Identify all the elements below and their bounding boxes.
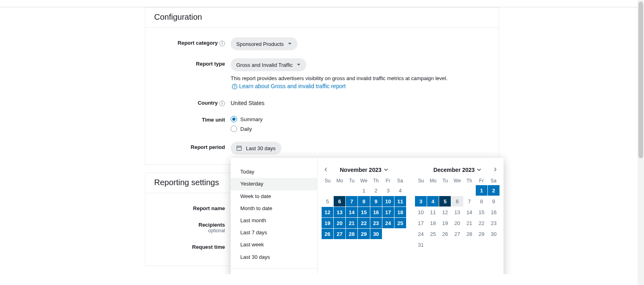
prev-month-button[interactable]	[323, 166, 329, 173]
calendar-day[interactable]: 11	[394, 196, 406, 207]
time-unit-daily-radio[interactable]	[231, 126, 237, 132]
preset-item[interactable]: Month to date	[231, 202, 317, 215]
calendar-day[interactable]: 17	[382, 207, 394, 217]
calendar-day[interactable]: 1	[358, 185, 369, 196]
calendar-day[interactable]: 18	[394, 207, 406, 217]
calendar-day[interactable]: 26	[439, 229, 451, 239]
preset-item[interactable]: Today	[231, 166, 317, 178]
report-category-label: Report categoryi	[154, 37, 231, 50]
calendar-day[interactable]: 3	[382, 185, 394, 196]
calendar-day[interactable]: 5	[439, 196, 451, 207]
preset-item[interactable]: Last 7 days	[231, 227, 317, 239]
svg-text:?: ?	[233, 85, 235, 89]
top-divider	[0, 0, 644, 7]
calendar-day[interactable]: 15	[476, 207, 487, 217]
calendar-day[interactable]: 31	[415, 240, 427, 250]
calendar-day[interactable]: 2	[488, 185, 500, 196]
calendar-day[interactable]: 9	[370, 196, 382, 207]
calendar-day[interactable]: 18	[427, 218, 439, 228]
calendar-day[interactable]: 7	[464, 196, 475, 207]
calendar-day[interactable]: 10	[415, 207, 427, 217]
calendar-day[interactable]: 21	[346, 218, 357, 228]
calendar-day[interactable]: 6	[451, 196, 463, 207]
preset-item[interactable]: Yesterday	[231, 178, 317, 190]
svg-rect-2	[237, 146, 241, 151]
calendar-day[interactable]: 12	[439, 207, 451, 217]
dow-cell: Fr	[475, 178, 487, 184]
calendar-day[interactable]: 6	[334, 196, 345, 207]
calendar-day[interactable]: 24	[415, 229, 427, 239]
calendar-day[interactable]: 25	[394, 218, 406, 228]
report-period-value: Last 30 days	[246, 145, 276, 151]
calendar-day[interactable]: 8	[476, 196, 487, 207]
report-period-button[interactable]: Last 30 days	[231, 142, 281, 155]
report-name-label: Report name	[154, 203, 231, 211]
calendar-day[interactable]: 30	[370, 229, 382, 239]
calendar-day[interactable]: 4	[427, 196, 439, 207]
time-unit-daily-option[interactable]: Daily	[231, 124, 490, 134]
chevron-down-icon[interactable]	[384, 168, 388, 172]
calendar-day[interactable]: 24	[382, 218, 394, 228]
calendar-day[interactable]: 2	[370, 185, 382, 196]
calendar-day[interactable]: 22	[476, 218, 487, 228]
calendar-day[interactable]: 23	[370, 218, 382, 228]
dow-cell: Mo	[334, 178, 346, 184]
calendar-day[interactable]: 11	[427, 207, 439, 217]
vertical-scrollbar[interactable]	[638, 0, 644, 274]
report-type-learn-link[interactable]: Learn about Gross and invalid traffic re…	[239, 83, 346, 89]
calendar-day[interactable]: 15	[358, 207, 369, 217]
calendar-day[interactable]: 14	[464, 207, 475, 217]
calendar-day[interactable]: 13	[451, 207, 463, 217]
calendar-day[interactable]: 30	[488, 229, 500, 239]
calendar-day[interactable]: 5	[322, 196, 333, 207]
calendar-day[interactable]: 10	[382, 196, 394, 207]
preset-item[interactable]: Last week	[231, 239, 317, 251]
calendar-day[interactable]: 14	[346, 207, 357, 217]
calendar-day[interactable]: 20	[451, 218, 463, 228]
calendar-day[interactable]: 12	[322, 207, 333, 217]
calendar-day[interactable]: 3	[415, 196, 427, 207]
preset-item[interactable]: Last month	[231, 215, 317, 227]
preset-item[interactable]: Week to date	[231, 190, 317, 202]
calendar-day[interactable]: 7	[346, 196, 357, 207]
preset-item[interactable]: Last 30 days	[231, 251, 317, 263]
dow-cell: Tu	[439, 178, 451, 184]
calendar-day[interactable]: 23	[488, 218, 500, 228]
calendar-day[interactable]: 20	[334, 218, 345, 228]
info-icon[interactable]: i	[219, 41, 225, 46]
time-unit-summary-option[interactable]: Summary	[231, 114, 490, 124]
report-period-label: Report period	[154, 142, 231, 155]
calendar-day[interactable]: 16	[370, 207, 382, 217]
calendar-day[interactable]: 16	[488, 207, 500, 217]
dow-header-left: SuMoTuWeThFrSa	[322, 178, 406, 184]
time-unit-summary-radio[interactable]	[231, 116, 237, 122]
calendar-day[interactable]: 13	[334, 207, 345, 217]
time-unit-label: Time unit	[154, 114, 231, 134]
help-icon: ?	[232, 84, 237, 89]
calendar-day[interactable]: 19	[322, 218, 333, 228]
calendar-day[interactable]: 26	[322, 229, 333, 239]
chevron-down-icon[interactable]	[477, 168, 481, 172]
calendar-day[interactable]: 27	[334, 229, 345, 239]
calendar-day[interactable]: 21	[464, 218, 475, 228]
calendar-day[interactable]: 27	[451, 229, 463, 239]
report-type-dropdown[interactable]: Gross and Invalid Traffic	[231, 58, 306, 71]
calendar-day[interactable]: 28	[464, 229, 475, 239]
calendar-day[interactable]: 9	[488, 196, 500, 207]
calendar-day[interactable]: 22	[358, 218, 369, 228]
calendar-day[interactable]: 28	[346, 229, 357, 239]
report-category-dropdown[interactable]: Sponsored Products	[231, 37, 297, 50]
calendar-day[interactable]: 29	[476, 229, 487, 239]
calendar-day[interactable]: 19	[439, 218, 451, 228]
calendar-day[interactable]: 17	[415, 218, 427, 228]
calendar-day[interactable]: 4	[394, 185, 406, 196]
info-icon[interactable]: i	[219, 101, 225, 106]
country-label: Countryi	[154, 97, 231, 106]
calendar-day[interactable]: 29	[358, 229, 369, 239]
calendar-day[interactable]: 1	[476, 185, 487, 196]
next-month-button[interactable]	[492, 166, 498, 173]
calendar-day[interactable]: 8	[358, 196, 369, 207]
chevron-down-icon	[288, 42, 292, 46]
calendar-day[interactable]: 25	[427, 229, 439, 239]
dow-cell: We	[358, 178, 370, 184]
